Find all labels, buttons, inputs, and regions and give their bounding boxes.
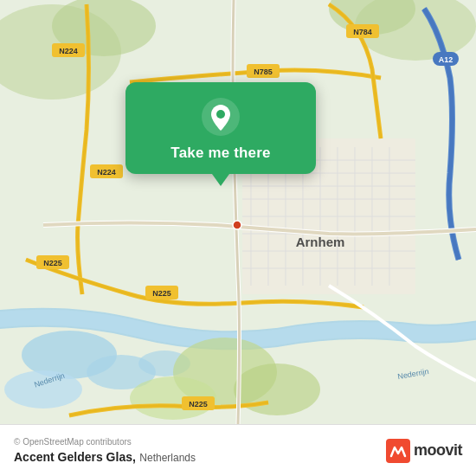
svg-text:N785: N785 xyxy=(254,68,273,76)
location-subtitle: Netherlands xyxy=(139,452,196,464)
svg-text:N224: N224 xyxy=(97,168,116,177)
moovit-brand-text: moovit xyxy=(414,441,462,460)
popup-card[interactable]: Take me there xyxy=(125,82,316,174)
svg-text:Arnhem: Arnhem xyxy=(296,235,345,249)
footer-location: Accent Gelders Glas, Netherlands xyxy=(14,449,196,465)
svg-text:N224: N224 xyxy=(59,47,78,55)
copyright-text: © OpenStreetMap contributors xyxy=(14,437,196,447)
svg-point-28 xyxy=(234,363,320,415)
svg-rect-52 xyxy=(386,439,410,463)
map-pin-icon xyxy=(202,98,240,136)
moovit-brand-icon xyxy=(386,439,410,463)
svg-point-25 xyxy=(4,370,82,408)
footer-info: © OpenStreetMap contributors Accent Geld… xyxy=(14,437,196,465)
popup-take-me-there-label: Take me there xyxy=(170,145,270,162)
moovit-logo: moovit xyxy=(386,439,462,463)
svg-text:N225: N225 xyxy=(189,400,208,408)
svg-point-49 xyxy=(233,221,241,229)
footer: © OpenStreetMap contributors Accent Geld… xyxy=(0,424,476,476)
map-background: N785 N784 A12 N224 N224 N225 N225 N225 A… xyxy=(0,0,476,424)
svg-text:N784: N784 xyxy=(353,28,372,36)
map-container[interactable]: N785 N784 A12 N224 N224 N225 N225 N225 A… xyxy=(0,0,476,424)
svg-point-51 xyxy=(216,110,225,119)
svg-text:N225: N225 xyxy=(43,259,62,267)
location-title: Accent Gelders Glas, xyxy=(14,450,136,464)
svg-text:N225: N225 xyxy=(152,289,171,298)
svg-text:A12: A12 xyxy=(439,55,453,64)
